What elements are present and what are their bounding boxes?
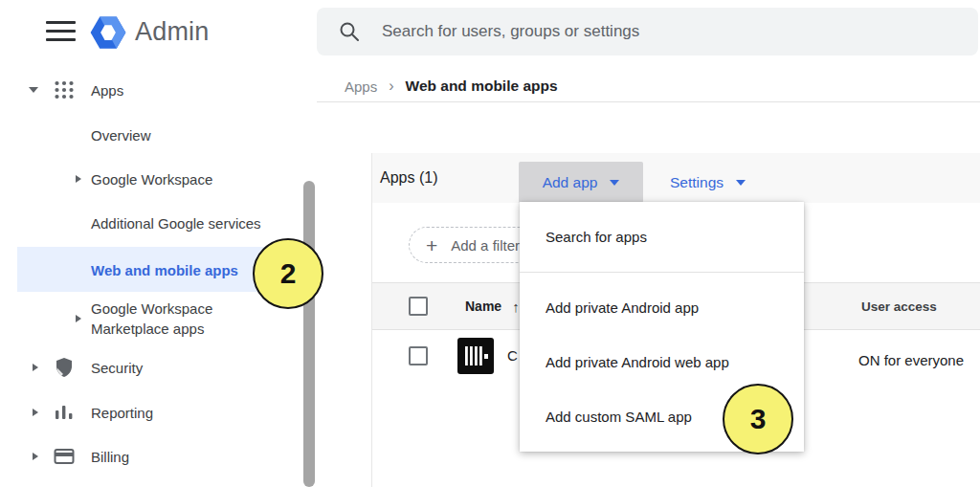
caret-right-icon	[76, 175, 81, 183]
caret-right-icon	[33, 364, 38, 371]
bar-chart-icon	[53, 401, 76, 424]
settings-label: Settings	[670, 174, 724, 191]
admin-console: Admin Apps › Web and mobile apps Apps Ov…	[0, 0, 980, 487]
row-checkbox[interactable]	[409, 346, 428, 365]
sidebar-item-label: Security	[91, 359, 143, 375]
caret-right-icon	[33, 409, 38, 416]
sidebar-item-security[interactable]: Security	[0, 345, 301, 388]
menu-item-search-for-apps[interactable]: Search for apps	[520, 202, 804, 273]
name-column-label: Name	[465, 299, 501, 314]
sidebar-item-label: Google Workspace	[91, 170, 212, 187]
dropdown-arrow-icon	[736, 180, 746, 186]
sidebar-item-label: Billing	[91, 449, 129, 465]
sidebar-item-label: Google Workspace Marketplace apps	[91, 299, 268, 339]
breadcrumb: Apps › Web and mobile apps	[345, 76, 558, 97]
sidebar-item-gw-marketplace-apps[interactable]: Google Workspace Marketplace apps	[0, 295, 301, 343]
sidebar-item-google-workspace[interactable]: Google Workspace	[0, 157, 301, 200]
sidebar-item-apps[interactable]: Apps	[0, 68, 301, 111]
name-column-header[interactable]: Name ↑	[465, 283, 520, 329]
sidebar-item-reporting[interactable]: Reporting	[0, 390, 301, 433]
sidebar-item-label: Overview	[91, 126, 151, 143]
apps-count-label: Apps (1)	[380, 153, 437, 203]
sidebar-item-overview[interactable]: Overview	[0, 113, 301, 156]
app-logo-icon	[457, 338, 494, 374]
sidebar-item-label: Apps	[91, 81, 123, 98]
search-icon	[338, 20, 361, 43]
menu-button[interactable]	[46, 21, 76, 42]
caret-right-icon	[76, 315, 81, 322]
sidebar-scrollbar[interactable]	[303, 181, 315, 487]
apps-grid-icon	[53, 78, 76, 101]
user-access-column-header: User access	[861, 283, 937, 329]
caret-right-icon	[33, 453, 38, 460]
menu-spacer	[520, 273, 804, 280]
sort-ascending-icon: ↑	[512, 299, 520, 315]
sidebar-item-label: Additional Google services	[91, 214, 261, 231]
add-app-button[interactable]: Add app	[519, 162, 643, 203]
menu-item-add-private-android-web-app[interactable]: Add private Android web app	[520, 335, 804, 389]
sidebar-item-additional-google-services[interactable]: Additional Google services	[0, 201, 301, 244]
annotation-step-2-badge: 2	[253, 238, 323, 309]
menu-item-add-private-android-app[interactable]: Add private Android app	[520, 280, 804, 335]
add-filter-label: Add a filter	[451, 237, 520, 254]
hamburger-icon	[46, 21, 76, 24]
header-divider	[317, 101, 980, 102]
app-title: Admin	[135, 17, 210, 47]
sidebar-item-label: Web and mobile apps	[91, 261, 238, 277]
add-app-label: Add app	[543, 174, 598, 191]
apps-toolbar: Apps (1) Add app Settings	[372, 153, 980, 203]
sidebar-item-label: Reporting	[91, 404, 153, 420]
app-name: C	[507, 347, 518, 364]
annotation-step-3-badge: 3	[723, 384, 793, 454]
search-bar[interactable]	[317, 8, 978, 55]
settings-button[interactable]: Settings	[660, 162, 755, 203]
breadcrumb-current: Web and mobile apps	[406, 77, 558, 95]
select-all-checkbox[interactable]	[409, 297, 428, 316]
breadcrumb-apps-link[interactable]: Apps	[345, 78, 377, 95]
caret-down-icon	[29, 87, 38, 93]
sidebar-item-billing[interactable]: Billing	[0, 434, 301, 478]
user-access-value: ON for everyone	[858, 331, 964, 388]
search-input[interactable]	[382, 22, 918, 41]
dropdown-arrow-icon	[610, 180, 619, 186]
credit-card-icon	[53, 445, 76, 468]
shield-icon	[53, 356, 76, 379]
admin-logo-icon	[88, 12, 128, 53]
plus-icon: +	[426, 235, 437, 255]
chevron-right-icon: ›	[389, 77, 393, 95]
